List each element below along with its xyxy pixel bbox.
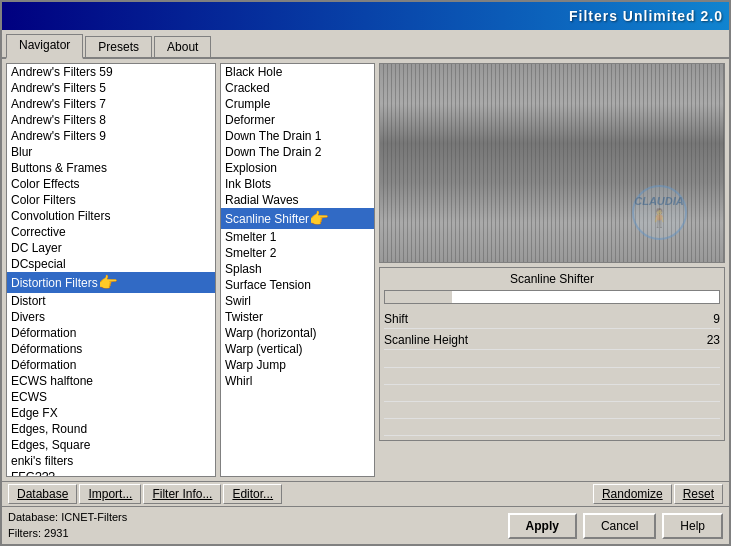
- filter-item-ffg[interactable]: FFG???: [7, 469, 215, 477]
- reset-button[interactable]: Reset: [674, 484, 723, 504]
- status-database: Database: ICNET-Filters: [8, 510, 127, 525]
- left-panel: Andrew's Filters 59 Andrew's Filters 5 A…: [6, 63, 216, 477]
- randomize-button[interactable]: Randomize: [593, 484, 672, 504]
- empty-row-5: [384, 420, 720, 436]
- filter-item-dclayer[interactable]: DC Layer: [7, 240, 215, 256]
- progress-bar-container: [384, 290, 720, 304]
- right-panel: CLAUDIA 🧍 Scanline Shifter Shift 9 S: [379, 63, 725, 477]
- progress-bar: [385, 291, 452, 303]
- filter-item-dcspecial[interactable]: DCspecial: [7, 256, 215, 272]
- filter-item-andrews59[interactable]: Andrew's Filters 59: [7, 64, 215, 80]
- status-database-value: ICNET-Filters: [61, 511, 127, 523]
- tab-presets[interactable]: Presets: [85, 36, 152, 57]
- empty-row-1: [384, 352, 720, 368]
- editor-button[interactable]: Editor...: [223, 484, 282, 504]
- filter-item-edges-round[interactable]: Edges, Round: [7, 421, 215, 437]
- filter-name-label: Scanline Shifter: [384, 272, 720, 286]
- filter-item-colorfilters[interactable]: Color Filters: [7, 192, 215, 208]
- status-filters: Filters: 2931: [8, 526, 127, 541]
- tab-about[interactable]: About: [154, 36, 211, 57]
- param-row-scanline-height: Scanline Height 23: [384, 331, 720, 350]
- subfilter-cracked[interactable]: Cracked: [221, 80, 374, 96]
- filter-item-distortion[interactable]: Distortion Filters 👉: [7, 272, 215, 293]
- subfilter-warp-v[interactable]: Warp (vertical): [221, 341, 374, 357]
- filter-item-deformation1[interactable]: Déformation: [7, 325, 215, 341]
- tab-bar: Navigator Presets About: [2, 30, 729, 59]
- preview-canvas: CLAUDIA 🧍: [379, 63, 725, 263]
- status-filters-value: 2931: [44, 527, 68, 539]
- filter-item-andrews5[interactable]: Andrew's Filters 5: [7, 80, 215, 96]
- empty-row-2: [384, 369, 720, 385]
- help-button[interactable]: Help: [662, 513, 723, 539]
- filter-info-button[interactable]: Filter Info...: [143, 484, 221, 504]
- filter-item-coloreffects[interactable]: Color Effects: [7, 176, 215, 192]
- subfilter-explosion[interactable]: Explosion: [221, 160, 374, 176]
- subfilter-radial-waves[interactable]: Radial Waves: [221, 192, 374, 208]
- filter-item-distort[interactable]: Distort: [7, 293, 215, 309]
- empty-row-3: [384, 386, 720, 402]
- watermark: CLAUDIA 🧍: [624, 182, 694, 242]
- status-buttons: Apply Cancel Help: [508, 513, 723, 539]
- filter-item-ecws-halftone[interactable]: ECWS halftone: [7, 373, 215, 389]
- subfilter-warp-jump[interactable]: Warp Jump: [221, 357, 374, 373]
- filter-item-deformations[interactable]: Déformations: [7, 341, 215, 357]
- filter-item-blur[interactable]: Blur: [7, 144, 215, 160]
- subfilter-list[interactable]: Black Hole Cracked Crumple Deformer Down…: [220, 63, 375, 477]
- status-bar: Database: ICNET-Filters Filters: 2931 Ap…: [2, 506, 729, 544]
- subfilter-drain2[interactable]: Down The Drain 2: [221, 144, 374, 160]
- filter-item-edges-square[interactable]: Edges, Square: [7, 437, 215, 453]
- filter-item-deformation2[interactable]: Déformation: [7, 357, 215, 373]
- subfilter-black-hole[interactable]: Black Hole: [221, 64, 374, 80]
- filter-item-corrective[interactable]: Corrective: [7, 224, 215, 240]
- subfilter-smelter1[interactable]: Smelter 1: [221, 229, 374, 245]
- subfilter-drain1[interactable]: Down The Drain 1: [221, 128, 374, 144]
- param-row-shift: Shift 9: [384, 310, 720, 329]
- scanline-preview-bg: CLAUDIA 🧍: [380, 64, 724, 262]
- main-window: Filters Unlimited 2.0 Navigator Presets …: [0, 0, 731, 546]
- middle-panel: Black Hole Cracked Crumple Deformer Down…: [220, 63, 375, 477]
- param-label-scanline-height: Scanline Height: [384, 333, 468, 347]
- filter-item-convolution[interactable]: Convolution Filters: [7, 208, 215, 224]
- filter-item-enki[interactable]: enki's filters: [7, 453, 215, 469]
- empty-rows: [384, 352, 720, 436]
- subfilter-swirl[interactable]: Swirl: [221, 293, 374, 309]
- tab-navigator[interactable]: Navigator: [6, 34, 83, 59]
- status-left: Database: ICNET-Filters Filters: 2931: [8, 510, 127, 541]
- import-button[interactable]: Import...: [79, 484, 141, 504]
- subfilter-crumple[interactable]: Crumple: [221, 96, 374, 112]
- subfilter-surface-tension[interactable]: Surface Tension: [221, 277, 374, 293]
- filter-category-list[interactable]: Andrew's Filters 59 Andrew's Filters 5 A…: [6, 63, 216, 477]
- watermark-circle: CLAUDIA 🧍: [632, 185, 687, 240]
- filter-item-andrews9[interactable]: Andrew's Filters 9: [7, 128, 215, 144]
- subfilter-splash[interactable]: Splash: [221, 261, 374, 277]
- subfilter-whirl[interactable]: Whirl: [221, 373, 374, 389]
- status-database-label: Database:: [8, 511, 58, 523]
- filter-item-buttons[interactable]: Buttons & Frames: [7, 160, 215, 176]
- empty-row-4: [384, 403, 720, 419]
- database-button[interactable]: Database: [8, 484, 77, 504]
- subfilter-twister[interactable]: Twister: [221, 309, 374, 325]
- arrow-icon-distortion: 👉: [98, 273, 118, 292]
- filter-item-andrews8[interactable]: Andrew's Filters 8: [7, 112, 215, 128]
- status-filters-label: Filters:: [8, 527, 41, 539]
- title-bar: Filters Unlimited 2.0: [2, 2, 729, 30]
- param-label-shift: Shift: [384, 312, 408, 326]
- subfilter-warp-h[interactable]: Warp (horizontal): [221, 325, 374, 341]
- bottom-toolbar: Database Import... Filter Info... Editor…: [2, 481, 729, 506]
- apply-button[interactable]: Apply: [508, 513, 577, 539]
- filter-item-andrews7[interactable]: Andrew's Filters 7: [7, 96, 215, 112]
- filter-item-ecws[interactable]: ECWS: [7, 389, 215, 405]
- subfilter-deformer[interactable]: Deformer: [221, 112, 374, 128]
- filter-item-edgefx[interactable]: Edge FX: [7, 405, 215, 421]
- title-bar-text: Filters Unlimited 2.0: [569, 8, 723, 24]
- cancel-button[interactable]: Cancel: [583, 513, 656, 539]
- watermark-figure-icon: 🧍: [648, 207, 670, 229]
- watermark-text: CLAUDIA: [634, 195, 684, 207]
- param-value-shift: 9: [713, 312, 720, 326]
- subfilter-scanline-shifter[interactable]: Scanline Shifter 👉: [221, 208, 374, 229]
- arrow-icon-scanline: 👉: [309, 209, 329, 228]
- subfilter-ink-blots[interactable]: Ink Blots: [221, 176, 374, 192]
- subfilter-smelter2[interactable]: Smelter 2: [221, 245, 374, 261]
- filter-item-divers[interactable]: Divers: [7, 309, 215, 325]
- controls-section: Scanline Shifter Shift 9 Scanline Height…: [379, 267, 725, 441]
